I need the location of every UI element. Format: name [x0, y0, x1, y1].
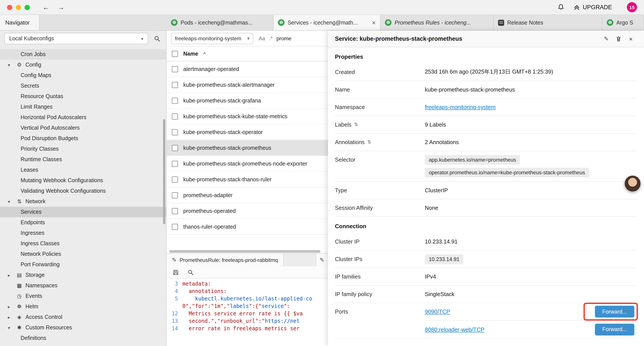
sidebar-item-resource-quotas[interactable]: Resource Quotas — [0, 91, 166, 102]
expand-toggle-icon[interactable]: ⇅ — [367, 139, 371, 145]
namespace-link[interactable]: freeleaps-monitoring-system — [425, 104, 637, 110]
table-search-input[interactable]: Aa .* prome — [259, 35, 324, 41]
sidebar-item-access-control[interactable]: ▸◈Access Control — [0, 312, 166, 322]
table-row-kube-prometheus-stack-kube-state-metrics[interactable]: kube-prometheus-stack-kube-state-metrics — [166, 109, 328, 124]
kubeconfig-select[interactable]: Local Kubeconfigs ▾ — [4, 33, 148, 44]
column-header-name[interactable]: Name — [183, 50, 198, 57]
notification-count-badge[interactable]: 15 — [627, 2, 637, 12]
sidebar-item-definitions[interactable]: Definitions — [0, 333, 166, 343]
detail-row-annotations: Annotations⇅2 Annotations — [335, 134, 637, 151]
port-forward-link[interactable]: 9090/TCP — [425, 308, 450, 315]
sidebar-item-config-maps[interactable]: Config Maps — [0, 70, 166, 81]
sidebar-item-endpoints[interactable]: Endpoints — [0, 217, 166, 228]
section-heading-properties: Properties — [335, 47, 637, 63]
tab-prometheus-rules-icecheng[interactable]: ☸Prometheus Rules - icecheng... — [380, 15, 494, 30]
forward-button[interactable]: Forward... — [595, 324, 634, 335]
dock-tab-prometheusrule[interactable]: ✎ PrometheusRule: freeleaps-prod-rabbitm… — [166, 254, 284, 266]
table-row-prometheus-adapter[interactable]: prometheus-adapter — [166, 187, 328, 203]
code-text: metadata: — [182, 280, 211, 288]
row-checkbox[interactable] — [172, 66, 178, 72]
filter-bar: freeleaps-monitoring-system ▾ Aa .* prom… — [166, 31, 328, 46]
tab-release-notes[interactable]: Release Notes — [494, 15, 602, 30]
forward-button[interactable]: → — [56, 3, 66, 11]
sidebar-item-config[interactable]: ▾⚙Config — [0, 59, 166, 70]
sidebar-item-leases[interactable]: Leases — [0, 165, 166, 175]
sidebar-item-mutating-webhook-configurations[interactable]: Mutating Webhook Configurations — [0, 175, 166, 186]
row-checkbox[interactable] — [172, 224, 178, 230]
sidebar-item-validating-webhook-configurations[interactable]: Validating Webhook Configurations — [0, 186, 166, 196]
sidebar-item-custom-resources[interactable]: ▾✱Custom Resources — [0, 322, 166, 333]
sidebar-item-network-policies[interactable]: Network Policies — [0, 249, 166, 259]
sidebar-item-secrets[interactable]: Secrets — [0, 81, 166, 91]
tab-services-icecheng-math[interactable]: ☸Services - icecheng@math...× — [274, 15, 380, 30]
dock-tab-partial[interactable]: ✎ — [316, 254, 328, 266]
sidebar-item-runtime-classes[interactable]: Runtime Classes — [0, 154, 166, 165]
row-checkbox[interactable] — [172, 176, 178, 182]
editor-content[interactable]: 3metadata:4 annotations:5 kubectl.kubern… — [166, 279, 328, 346]
sidebar-scrollbar[interactable] — [163, 119, 165, 224]
row-checkbox[interactable] — [172, 97, 178, 104]
table-row-kube-prometheus-stack-thanos-ruler[interactable]: kube-prometheus-stack-thanos-ruler — [166, 172, 328, 187]
user-avatar[interactable] — [625, 176, 640, 191]
sidebar-item-ingresses[interactable]: Ingresses — [0, 228, 166, 238]
forward-button[interactable]: Forward... — [595, 306, 634, 318]
sidebar-item-priority-classes[interactable]: Priority Classes — [0, 144, 166, 154]
detail-row-session-affinity: Session AffinityNone — [335, 199, 637, 217]
navigator-sidebar: Local Kubeconfigs ▾ Cron Jobs▾⚙ConfigCon… — [0, 31, 166, 346]
close-drawer-button[interactable]: × — [625, 35, 637, 42]
row-checkbox[interactable] — [172, 208, 178, 214]
content-area: Local Kubeconfigs ▾ Cron Jobs▾⚙ConfigCon… — [0, 31, 644, 346]
sidebar-item-services[interactable]: Services — [0, 207, 166, 217]
port-forward-link[interactable]: 8080:reloader-web/TCP — [425, 326, 484, 333]
table-row-alertmanager-operated[interactable]: alertmanager-operated — [166, 61, 328, 77]
row-checkbox[interactable] — [172, 145, 178, 151]
expand-toggle-icon[interactable]: ⇅ — [354, 122, 358, 127]
table-row-kube-prometheus-stack-prometheus-node-exporter[interactable]: kube-prometheus-stack-prometheus-node-ex… — [166, 156, 328, 172]
table-row-thanos-ruler-operated[interactable]: thanos-ruler-operated — [166, 219, 328, 235]
sidebar-search-button[interactable] — [152, 34, 162, 43]
table-row-kube-prometheus-stack-alertmanager[interactable]: kube-prometheus-stack-alertmanager — [166, 77, 328, 93]
row-checkbox[interactable] — [172, 113, 178, 119]
back-button[interactable]: ← — [41, 3, 51, 11]
table-row-prometheus-operated[interactable]: prometheus-operated — [166, 203, 328, 219]
sidebar-item-port-forwarding[interactable]: Port Forwarding — [0, 259, 166, 270]
edit-service-button[interactable]: ✎ — [600, 35, 612, 42]
select-all-checkbox[interactable] — [172, 50, 178, 57]
close-window-button[interactable] — [7, 4, 12, 10]
sidebar-item-label: Storage — [26, 272, 45, 278]
delete-service-button[interactable] — [612, 36, 625, 42]
sidebar-item-namespaces[interactable]: ▦Namespaces — [0, 280, 166, 291]
regex-toggle[interactable]: .* — [269, 35, 272, 41]
row-checkbox[interactable] — [172, 161, 178, 167]
upgrade-button[interactable]: UPGRADE — [574, 4, 612, 10]
tab-argo-s[interactable]: ☸Argo S — [602, 15, 644, 30]
sidebar-item-vertical-pod-autoscalers[interactable]: Vertical Pod Autoscalers — [0, 123, 166, 133]
sidebar-item-events[interactable]: ◷Events — [0, 291, 166, 301]
sidebar-item-helm[interactable]: ▸☸Helm — [0, 301, 166, 312]
tab-close-icon[interactable]: × — [372, 19, 376, 26]
sidebar-item-cron-jobs[interactable]: Cron Jobs — [0, 49, 166, 59]
tab-pods-icecheng-mathmas[interactable]: ☸Pods - icecheng@mathmas... — [166, 15, 274, 30]
sidebar-item-network[interactable]: ▾⇅Network — [0, 196, 166, 207]
match-case-toggle[interactable]: Aa — [259, 35, 265, 41]
sidebar-item-limit-ranges[interactable]: Limit Ranges — [0, 102, 166, 112]
row-checkbox[interactable] — [172, 129, 178, 135]
row-checkbox[interactable] — [172, 82, 178, 88]
table-row-kube-prometheus-stack-prometheus[interactable]: kube-prometheus-stack-prometheus — [166, 140, 328, 156]
row-checkbox[interactable] — [172, 192, 178, 198]
maximize-window-button[interactable] — [24, 4, 30, 10]
sidebar-item-horizontal-pod-autoscalers[interactable]: Horizontal Pod Autoscalers — [0, 112, 166, 123]
notifications-bell-icon[interactable] — [558, 4, 564, 10]
namespace-filter-select[interactable]: freeleaps-monitoring-system ▾ — [171, 33, 254, 44]
table-row-kube-prometheus-stack-operator[interactable]: kube-prometheus-stack-operator — [166, 124, 328, 140]
sidebar-item-ingress-classes[interactable]: Ingress Classes — [0, 238, 166, 249]
editor-search-button[interactable] — [186, 267, 196, 277]
horizontal-scrollbar-thumb[interactable] — [169, 250, 321, 253]
save-button[interactable] — [171, 267, 180, 277]
sidebar-item-storage[interactable]: ▸▤Storage — [0, 270, 166, 280]
table-row-kube-prometheus-stack-grafana[interactable]: kube-prometheus-stack-grafana — [166, 93, 328, 109]
sidebar-item-pod-disruption-budgets[interactable]: Pod Disruption Budgets — [0, 133, 166, 144]
sidebar-tree: Cron Jobs▾⚙ConfigConfig MapsSecretsResou… — [0, 46, 166, 343]
edit-pencil-icon: ✎ — [320, 257, 324, 263]
minimize-window-button[interactable] — [16, 4, 21, 10]
